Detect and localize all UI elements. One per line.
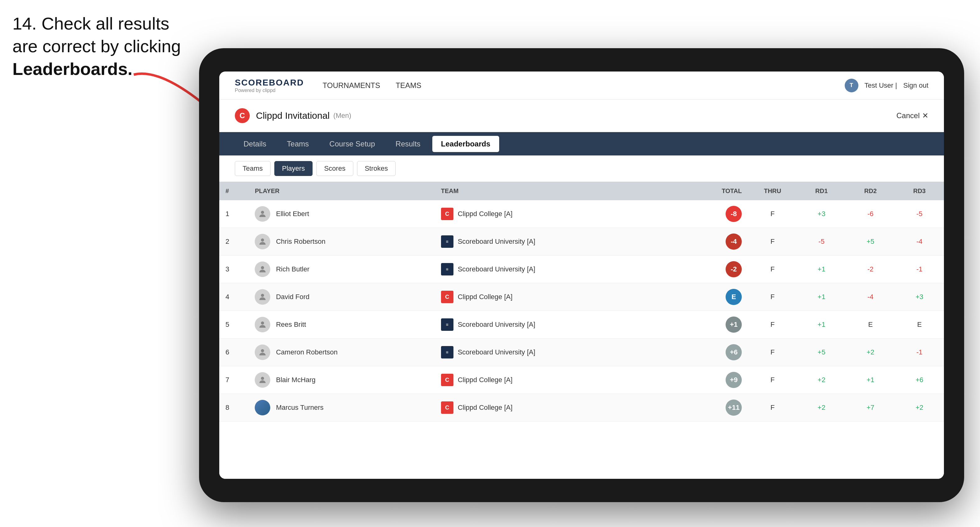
- cell-rd1: +2: [797, 394, 846, 422]
- cell-thru: F: [748, 366, 797, 394]
- score-badge: -4: [725, 233, 742, 250]
- leaderboard-table: # PLAYER TEAM TOTAL THRU RD1 RD2 RD3 1: [219, 182, 944, 422]
- cell-rank: 3: [219, 256, 248, 283]
- user-avatar: T: [845, 79, 858, 92]
- svg-point-1: [261, 211, 264, 214]
- filter-teams[interactable]: Teams: [235, 161, 270, 176]
- cell-rank: 5: [219, 311, 248, 338]
- tab-leaderboards[interactable]: Leaderboards: [432, 136, 499, 152]
- cell-rd3: -4: [895, 228, 944, 256]
- nav-user-label: Test User |: [865, 81, 897, 89]
- filter-bar: Teams Players Scores Strokes: [219, 156, 944, 182]
- cell-rank: 2: [219, 228, 248, 256]
- cell-total: E: [689, 283, 748, 311]
- score-badge: +1: [725, 316, 742, 333]
- cell-team: C Clippd College [A]: [435, 283, 689, 311]
- logo-area: SCOREBOARD Powered by clippd: [235, 78, 304, 93]
- cell-player: Blair McHarg: [248, 366, 434, 394]
- player-avatar: [255, 234, 270, 249]
- leaderboard-rows: 1 Elliot Ebert C Clippd College [A] -8 F…: [219, 200, 944, 422]
- cancel-button[interactable]: Cancel ✕: [896, 111, 928, 120]
- col-thru: THRU: [748, 182, 797, 200]
- sign-out-link[interactable]: Sign out: [903, 81, 928, 89]
- cell-thru: F: [748, 311, 797, 338]
- cell-rd3: -5: [895, 200, 944, 228]
- table-row: 5 Rees Britt ≡ Scoreboard University [A]…: [219, 311, 944, 338]
- nav-tournaments[interactable]: TOURNAMENTS: [323, 79, 380, 91]
- cell-player: Marcus Turners: [248, 394, 434, 422]
- table-row: 6 Cameron Robertson ≡ Scoreboard Univers…: [219, 338, 944, 366]
- cell-team: ≡ Scoreboard University [A]: [435, 311, 689, 338]
- nav-right: T Test User | Sign out: [845, 79, 928, 92]
- nav-teams[interactable]: TEAMS: [396, 79, 422, 91]
- cell-rd1: +1: [797, 311, 846, 338]
- table-row: 2 Chris Robertson ≡ Scoreboard Universit…: [219, 228, 944, 256]
- filter-strokes[interactable]: Strokes: [357, 161, 396, 176]
- tab-details[interactable]: Details: [235, 136, 275, 152]
- cell-rd1: -5: [797, 228, 846, 256]
- logo-sub: Powered by clippd: [235, 88, 304, 93]
- team-logo: C: [441, 208, 453, 220]
- cell-team: C Clippd College [A]: [435, 394, 689, 422]
- score-badge: +11: [725, 400, 742, 416]
- cell-rd2: +7: [846, 394, 895, 422]
- cell-total: +9: [689, 366, 748, 394]
- cell-thru: F: [748, 256, 797, 283]
- cell-total: -8: [689, 200, 748, 228]
- team-logo: ≡: [441, 318, 453, 331]
- cell-rd2: -6: [846, 200, 895, 228]
- tab-course-setup[interactable]: Course Setup: [321, 136, 384, 152]
- filter-scores[interactable]: Scores: [316, 161, 353, 176]
- cell-rank: 7: [219, 366, 248, 394]
- team-logo: C: [441, 374, 453, 386]
- col-rank: #: [219, 182, 248, 200]
- filter-players[interactable]: Players: [274, 161, 313, 176]
- cell-total: +11: [689, 394, 748, 422]
- tournament-icon: C: [235, 108, 250, 123]
- team-logo: ≡: [441, 346, 453, 359]
- cell-player: Elliot Ebert: [248, 200, 434, 228]
- tab-results[interactable]: Results: [387, 136, 429, 152]
- cell-player: Cameron Robertson: [248, 338, 434, 366]
- cell-thru: F: [748, 228, 797, 256]
- table-row: 7 Blair McHarg C Clippd College [A] +9 F…: [219, 366, 944, 394]
- cell-rd2: +5: [846, 228, 895, 256]
- col-total: TOTAL: [689, 182, 748, 200]
- player-avatar: [255, 262, 270, 277]
- svg-point-6: [261, 349, 264, 352]
- table-header-row: # PLAYER TEAM TOTAL THRU RD1 RD2 RD3: [219, 182, 944, 200]
- player-avatar: [255, 317, 270, 332]
- cell-total: -4: [689, 228, 748, 256]
- logo-text: SCOREBOARD: [235, 78, 304, 88]
- cell-thru: F: [748, 394, 797, 422]
- svg-point-7: [261, 377, 264, 380]
- cell-player: Rees Britt: [248, 311, 434, 338]
- team-logo: ≡: [441, 263, 453, 275]
- cell-player: David Ford: [248, 283, 434, 311]
- player-avatar: [255, 344, 270, 360]
- tab-teams[interactable]: Teams: [278, 136, 318, 152]
- score-badge: -8: [725, 206, 742, 222]
- cell-rd1: +1: [797, 283, 846, 311]
- cell-total: -2: [689, 256, 748, 283]
- cell-rd2: E: [846, 311, 895, 338]
- table-row: 8 Marcus Turners C Clippd College [A] +1…: [219, 394, 944, 422]
- cell-rank: 8: [219, 394, 248, 422]
- cell-rd2: +2: [846, 338, 895, 366]
- cell-team: ≡ Scoreboard University [A]: [435, 338, 689, 366]
- col-rd3: RD3: [895, 182, 944, 200]
- col-rd2: RD2: [846, 182, 895, 200]
- leaderboard-table-container: # PLAYER TEAM TOTAL THRU RD1 RD2 RD3 1: [219, 182, 944, 479]
- score-badge: E: [725, 289, 742, 305]
- cell-team: ≡ Scoreboard University [A]: [435, 228, 689, 256]
- table-row: 1 Elliot Ebert C Clippd College [A] -8 F…: [219, 200, 944, 228]
- cell-total: +6: [689, 338, 748, 366]
- cell-rd3: E: [895, 311, 944, 338]
- tab-bar: Details Teams Course Setup Results Leade…: [219, 132, 944, 156]
- cell-rd3: +2: [895, 394, 944, 422]
- score-badge: +6: [725, 344, 742, 360]
- cell-rd2: +1: [846, 366, 895, 394]
- table-row: 3 Rich Butler ≡ Scoreboard University [A…: [219, 256, 944, 283]
- top-nav: SCOREBOARD Powered by clippd TOURNAMENTS…: [219, 71, 944, 100]
- cell-rd1: +1: [797, 256, 846, 283]
